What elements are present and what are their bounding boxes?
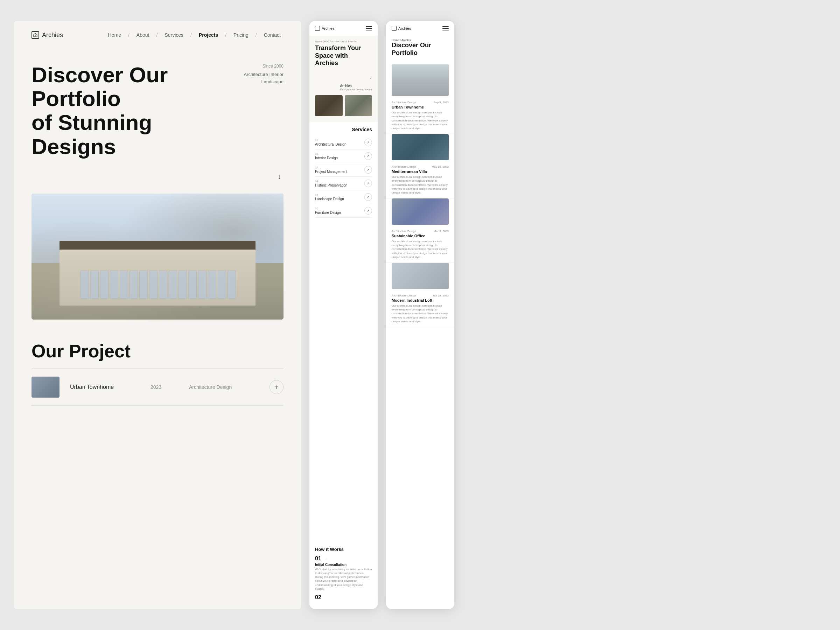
portfolio-description: Our architectural design services includ… [392, 304, 449, 324]
scroll-arrow[interactable] [14, 169, 301, 194]
portfolio-thumbnail-4 [392, 263, 449, 289]
portfolio-date: Sep 9, 2023 [434, 101, 449, 104]
mobile-brand-name: Archies [322, 26, 335, 30]
portfolio-title: Modern Industrial Loft [392, 298, 449, 302]
mobile-logo-icon [315, 26, 320, 31]
portfolio-description: Our architectural design services includ… [392, 175, 449, 194]
project-name: Urban Townhome [70, 384, 140, 390]
scroll-down-icon[interactable] [275, 172, 284, 186]
mobile-panel-portfolio: Archies Home / Archies Discover Our Port… [386, 21, 454, 609]
mobile-services-section: Services 01 Architectural Design ↗ 02 In… [309, 122, 377, 542]
how-it-works-section: How it Works 01 → Initial Consultation W… [309, 542, 377, 609]
mobile-hero-title: Transform Your Space with Archies [315, 44, 372, 67]
portfolio-date: Jan 18, 2023 [433, 294, 449, 297]
portfolio-item-4: Architecture Design Jan 18, 2023 Modern … [386, 291, 454, 327]
service-name: Architectural Design [315, 142, 346, 146]
service-number: 05 [315, 193, 344, 196]
right-mobile-logo[interactable]: Archies [392, 26, 411, 31]
brand-name: Archies [42, 32, 63, 39]
right-mobile-nav: Archies [386, 21, 454, 36]
portfolio-category: Architecture Design [392, 101, 416, 104]
arrow-icon: ↗ [273, 384, 280, 391]
mobile-services-title: Services [315, 127, 372, 132]
mobile-logo[interactable]: Archies [315, 26, 335, 31]
service-link-button[interactable]: ↗ [364, 152, 372, 160]
how-it-works-title: How it Works [315, 547, 372, 552]
projects-section: Our Project Urban Townhome 2023 Architec… [14, 319, 301, 416]
portfolio-thumbnail-2 [392, 134, 449, 160]
step-description: We'll start by scheduling an initial con… [315, 567, 372, 591]
step-number: 01 [315, 556, 321, 561]
hamburger-menu[interactable] [366, 26, 372, 30]
portfolio-item-2: Architecture Design May 19, 2023 Mediter… [386, 162, 454, 199]
nav-about[interactable]: About [134, 31, 152, 39]
building-body [60, 249, 256, 306]
right-brand-name: Archies [398, 26, 411, 30]
service-link-button[interactable]: ↗ [364, 180, 372, 187]
service-name: Historic Preservation [315, 183, 347, 187]
mobile-company-row: Archies Design your dream house [309, 81, 377, 95]
mobile-image-2 [345, 95, 373, 116]
portfolio-category: Architecture Design [392, 230, 416, 233]
list-item: 01 Architectural Design ↗ [315, 136, 372, 150]
portfolio-description: Our architectural design services includ… [392, 239, 449, 259]
hero-title: Discover Our Portfolio of Stunning Desig… [32, 63, 227, 159]
breadcrumb: Home / Archies [392, 38, 449, 42]
mobile-since-text: Since 2000 Architecture & Interior [315, 40, 372, 43]
service-name: Project Management [315, 170, 347, 174]
nav-pricing[interactable]: Pricing [231, 31, 251, 39]
logo[interactable]: Archies [32, 31, 63, 39]
project-thumbnail [32, 377, 60, 398]
service-link-button[interactable]: ↗ [364, 166, 372, 174]
portfolio-item-1: Architecture Design Sep 9, 2023 Urban To… [386, 97, 454, 134]
nav-contact[interactable]: Contact [261, 31, 284, 39]
nav-links: Home / About / Services / Projects / Pri… [105, 31, 284, 39]
portfolio-description: Our architectural design services includ… [392, 111, 449, 130]
portfolio-title: Urban Townhome [392, 105, 449, 109]
mobile-images-row [309, 95, 377, 122]
portfolio-date: May 19, 2023 [432, 165, 449, 168]
project-category: Architecture Design [189, 384, 259, 390]
mobile-hero-section: Since 2000 Architecture & Interior Trans… [309, 36, 377, 73]
table-row: Urban Townhome 2023 Architecture Design … [32, 369, 284, 406]
service-name: Interior Design [315, 156, 338, 160]
building-illustration [52, 235, 262, 306]
mobile-panel-services: Archies Since 2000 Architecture & Interi… [309, 21, 377, 609]
project-year: 2023 [150, 384, 178, 390]
service-link-button[interactable]: ↗ [364, 139, 372, 146]
service-link-button[interactable]: ↗ [364, 207, 372, 215]
mobile-arrow-section: ↓ [309, 73, 377, 81]
step-arrow-icon: → [324, 556, 328, 561]
service-number: 04 [315, 180, 347, 183]
right-hamburger-menu[interactable] [442, 26, 449, 30]
step-number: 02 [315, 594, 321, 600]
list-item: 03 Project Management ↗ [315, 163, 372, 177]
service-name: Furniture Design [315, 211, 341, 215]
service-number: 06 [315, 207, 341, 210]
list-item: 04 Historic Preservation ↗ [315, 177, 372, 190]
mobile-scroll-icon[interactable]: ↓ [369, 74, 372, 80]
projects-section-title: Our Project [32, 341, 284, 362]
right-mobile-logo-icon [392, 26, 396, 31]
mobile-company-tagline: Design your dream house [340, 88, 372, 91]
service-number: 03 [315, 166, 347, 169]
logo-icon [32, 31, 39, 39]
right-hero-title: Discover Our Portfolio [392, 42, 449, 57]
service-name: Landscape Design [315, 197, 344, 201]
nav-projects[interactable]: Projects [196, 31, 221, 39]
right-hero-image [392, 65, 449, 96]
portfolio-date: Mar 3, 2023 [434, 230, 449, 233]
building-windows [81, 270, 236, 298]
nav-home[interactable]: Home [105, 31, 124, 39]
list-item: 05 Landscape Design ↗ [315, 190, 372, 204]
right-hero-section: Home / Archies Discover Our Portfolio [386, 36, 454, 65]
service-link-button[interactable]: ↗ [364, 193, 372, 201]
nav-services[interactable]: Services [162, 31, 186, 39]
mobile-nav: Archies [309, 21, 377, 36]
project-link-button[interactable]: ↗ [270, 380, 284, 394]
mobile-image-1 [315, 95, 343, 116]
portfolio-title: Sustainable Office [392, 234, 449, 238]
list-item: 06 Furniture Design ↗ [315, 204, 372, 218]
main-desktop-panel: Archies Home / About / Services / Projec… [14, 21, 301, 609]
service-number: 01 [315, 139, 346, 142]
